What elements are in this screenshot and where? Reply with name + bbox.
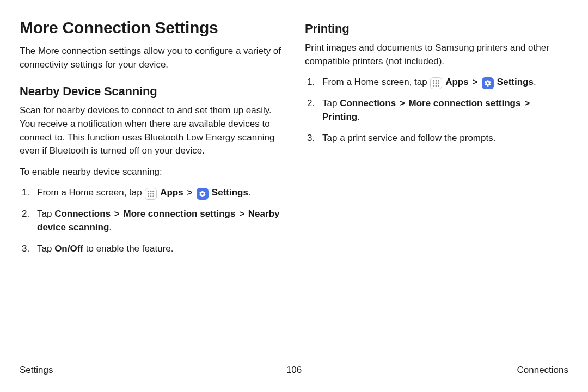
page-number: 106 <box>286 365 302 376</box>
svg-point-14 <box>438 83 440 84</box>
step-text: Tap <box>37 209 54 219</box>
footer-right: Connections <box>517 365 568 376</box>
apps-icon <box>145 188 157 200</box>
section-desc-nearby: Scan for nearby devices to connect to an… <box>20 104 283 158</box>
svg-point-11 <box>438 80 440 82</box>
page-content: More Connection Settings The More connec… <box>0 0 588 263</box>
path-part: More connection settings <box>409 98 521 108</box>
footer-left: Settings <box>20 365 53 376</box>
settings-label: Settings <box>212 187 248 198</box>
list-item: From a Home screen, tap Apps > Settings. <box>305 76 568 89</box>
svg-point-16 <box>436 85 437 87</box>
list-item: Tap a print service and follow the promp… <box>305 132 568 145</box>
settings-label: Settings <box>497 77 534 87</box>
chevron-right-icon: > <box>400 98 405 108</box>
path-part: Connections <box>340 98 396 108</box>
svg-point-1 <box>150 191 152 192</box>
page-title: More Connection Settings <box>20 19 283 37</box>
svg-point-6 <box>148 196 149 198</box>
svg-point-13 <box>436 83 437 84</box>
svg-point-12 <box>433 83 434 84</box>
svg-point-8 <box>153 196 155 198</box>
apps-label: Apps <box>160 187 183 198</box>
svg-point-3 <box>148 193 149 195</box>
intro-paragraph: The More connection settings allow you t… <box>20 45 283 71</box>
list-item: Tap On/Off to enable the feature. <box>20 242 283 256</box>
step-text: to enable the feature. <box>83 243 173 254</box>
chevron-right-icon: > <box>524 98 530 108</box>
period: . <box>357 112 360 122</box>
period: . <box>248 187 251 198</box>
svg-point-4 <box>150 193 152 195</box>
svg-point-10 <box>436 80 437 82</box>
steps-nearby: From a Home screen, tap Apps > Settings.… <box>20 186 283 255</box>
period: . <box>109 222 112 232</box>
svg-point-17 <box>438 85 440 87</box>
chevron-right-icon: > <box>239 209 244 219</box>
page-footer: Settings 106 Connections <box>20 365 568 376</box>
list-item: Tap Connections > More connection settin… <box>305 97 568 124</box>
period: . <box>534 77 536 87</box>
step-text: From a Home screen, tap <box>322 77 430 87</box>
toggle-label: On/Off <box>54 243 83 254</box>
right-column: Printing Print images and documents to S… <box>305 19 568 263</box>
svg-point-5 <box>153 193 155 195</box>
svg-point-7 <box>150 196 152 198</box>
enable-intro: To enable nearby device scanning: <box>20 166 283 179</box>
list-item: From a Home screen, tap Apps > Settings. <box>20 186 283 200</box>
chevron-right-icon: > <box>187 187 192 198</box>
svg-point-2 <box>153 191 155 192</box>
list-item: Tap Connections > More connection settin… <box>20 207 283 234</box>
section-desc-printing: Print images and documents to Samsung pr… <box>305 41 568 68</box>
path-part: Printing <box>322 112 357 122</box>
apps-label: Apps <box>445 77 469 87</box>
step-text: Tap <box>322 98 340 108</box>
settings-icon <box>197 188 209 200</box>
svg-point-0 <box>148 191 149 192</box>
section-heading-printing: Printing <box>305 22 568 36</box>
chevron-right-icon: > <box>472 77 477 87</box>
step-text: Tap a print service and follow the promp… <box>322 133 495 143</box>
settings-icon <box>482 77 494 89</box>
chevron-right-icon: > <box>114 209 120 219</box>
step-text: Tap <box>37 243 54 254</box>
step-text: From a Home screen, tap <box>37 187 144 198</box>
path-part: Connections <box>54 209 111 219</box>
apps-icon <box>430 77 442 89</box>
path-part: More connection settings <box>124 209 236 219</box>
svg-point-15 <box>433 85 434 87</box>
left-column: More Connection Settings The More connec… <box>20 19 283 263</box>
svg-point-9 <box>433 80 434 82</box>
steps-printing: From a Home screen, tap Apps > Settings.… <box>305 76 568 145</box>
section-heading-nearby: Nearby Device Scanning <box>20 84 283 99</box>
